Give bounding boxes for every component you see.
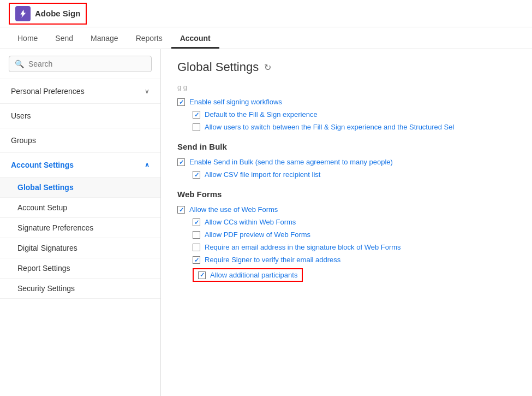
search-input[interactable] [28, 60, 146, 68]
nav-item-account[interactable]: Account [171, 29, 219, 49]
nav-item-reports[interactable]: Reports [127, 29, 171, 49]
label-allow-pdf-preview: Allow PDF preview of Web Forms [205, 230, 310, 239]
setting-row-default-fill-sign: ✓ Default to the Fill & Sign experience [177, 110, 516, 119]
header: Adobe Sign [0, 0, 532, 27]
setting-row-allow-switch: Allow users to switch between the Fill &… [177, 123, 516, 131]
web-forms-section: Web Forms ✓ Allow the use of Web Forms ✓… [177, 190, 516, 282]
sidebar-item-personal-preferences[interactable]: Personal Preferences ∨ [0, 79, 160, 104]
refresh-icon[interactable]: ↻ [264, 62, 271, 73]
nav-item-home[interactable]: Home [9, 29, 46, 49]
label-allow-csv: Allow CSV file import for recipient list [205, 170, 320, 179]
sidebar-label-global-settings: Global Settings [17, 183, 74, 192]
chevron-up-icon: ∧ [145, 161, 150, 169]
sidebar-label-groups: Groups [11, 136, 36, 145]
checkbox-allow-pdf-preview[interactable] [193, 231, 200, 239]
nav-bar: Home Send Manage Reports Account [0, 27, 532, 49]
setting-row-allow-ccs: ✓ Allow CCs within Web Forms [177, 218, 516, 226]
page-title-area: Global Settings ↻ [177, 60, 516, 74]
label-allow-switch: Allow users to switch between the Fill &… [205, 123, 454, 131]
page-title: Global Settings [177, 60, 259, 74]
setting-row-allow-web-forms: ✓ Allow the use of Web Forms [177, 205, 516, 214]
sidebar-item-digital-signatures[interactable]: Digital Signatures [0, 238, 160, 258]
self-signing-section: ✓ Enable self signing workflows ✓ Defaul… [177, 98, 516, 131]
sidebar-item-account-settings[interactable]: Account Settings ∧ [0, 153, 160, 178]
highlighted-row-container: ✓ Allow additional participants [193, 268, 303, 282]
sidebar-search-container: 🔍 [0, 49, 160, 79]
label-allow-web-forms: Allow the use of Web Forms [189, 205, 278, 214]
sidebar-item-signature-preferences[interactable]: Signature Preferences [0, 218, 160, 238]
logo-area: Adobe Sign [9, 3, 87, 25]
search-box[interactable]: 🔍 [9, 56, 152, 72]
checkbox-allow-additional-participants[interactable]: ✓ [198, 271, 206, 279]
setting-row-require-signer-verify-email: ✓ Require Signer to verify their email a… [177, 256, 516, 264]
label-allow-ccs: Allow CCs within Web Forms [205, 218, 296, 226]
label-allow-additional-participants: Allow additional participants [210, 271, 297, 279]
sidebar-label-digital-signatures: Digital Signatures [17, 244, 77, 252]
checkbox-allow-switch[interactable] [193, 123, 200, 131]
main-content: Global Settings ↻ g g ✓ Enable self sign… [161, 49, 532, 396]
checkbox-allow-csv[interactable]: ✓ [193, 171, 200, 179]
sidebar-label-account-setup: Account Setup [17, 203, 67, 212]
label-require-email-sig-block: Require an email address in the signatur… [205, 243, 401, 251]
section-title-web-forms: Web Forms [177, 190, 516, 199]
checkbox-allow-web-forms[interactable]: ✓ [177, 206, 185, 214]
sidebar-label-report-settings: Report Settings [17, 264, 70, 273]
checkbox-require-signer-verify-email[interactable]: ✓ [193, 256, 200, 264]
checkbox-default-fill-sign[interactable]: ✓ [193, 111, 200, 119]
label-enable-self-signing: Enable self signing workflows [189, 98, 282, 106]
sidebar-label-security-settings: Security Settings [17, 284, 75, 293]
nav-item-send[interactable]: Send [46, 29, 82, 49]
sidebar-item-global-settings[interactable]: Global Settings [0, 178, 160, 198]
setting-row-require-email-sig-block: Require an email address in the signatur… [177, 243, 516, 251]
partial-heading: g g [177, 83, 516, 91]
sidebar-label-users: Users [11, 111, 31, 120]
label-enable-send-bulk: Enable Send in Bulk (send the same agree… [189, 158, 393, 166]
checkbox-require-email-sig-block[interactable] [193, 244, 200, 251]
checkbox-allow-ccs[interactable]: ✓ [193, 218, 200, 226]
checkbox-enable-self-signing[interactable]: ✓ [177, 98, 185, 106]
label-require-signer-verify-email: Require Signer to verify their email add… [205, 256, 340, 264]
setting-row-allow-additional-participants: ✓ Allow additional participants [177, 268, 516, 282]
sidebar-item-users[interactable]: Users [0, 104, 160, 128]
adobe-sign-logo-icon [18, 9, 28, 19]
setting-row-allow-csv: ✓ Allow CSV file import for recipient li… [177, 170, 516, 179]
logo-icon [15, 6, 31, 21]
sidebar-label-signature-preferences: Signature Preferences [17, 223, 93, 232]
setting-row-enable-send-bulk: ✓ Enable Send in Bulk (send the same agr… [177, 158, 516, 166]
label-default-fill-sign: Default to the Fill & Sign experience [205, 110, 318, 119]
sidebar-label-account-settings: Account Settings [11, 161, 74, 169]
section-title-send-in-bulk: Send in Bulk [177, 142, 516, 151]
search-icon: 🔍 [15, 60, 24, 68]
nav-item-manage[interactable]: Manage [82, 29, 127, 49]
sidebar-item-groups[interactable]: Groups [0, 128, 160, 153]
sidebar-item-security-settings[interactable]: Security Settings [0, 279, 160, 299]
setting-row-allow-pdf-preview: Allow PDF preview of Web Forms [177, 230, 516, 239]
setting-row-enable-self-signing: ✓ Enable self signing workflows [177, 98, 516, 106]
sidebar-item-report-settings[interactable]: Report Settings [0, 258, 160, 279]
sidebar-item-account-setup[interactable]: Account Setup [0, 198, 160, 218]
send-in-bulk-section: Send in Bulk ✓ Enable Send in Bulk (send… [177, 142, 516, 179]
logo-text: Adobe Sign [35, 9, 80, 18]
sidebar-label-personal-preferences: Personal Preferences [11, 87, 85, 96]
sidebar: 🔍 Personal Preferences ∨ Users Groups Ac… [0, 49, 161, 396]
chevron-down-icon: ∨ [145, 87, 150, 95]
checkbox-enable-send-bulk[interactable]: ✓ [177, 158, 185, 166]
